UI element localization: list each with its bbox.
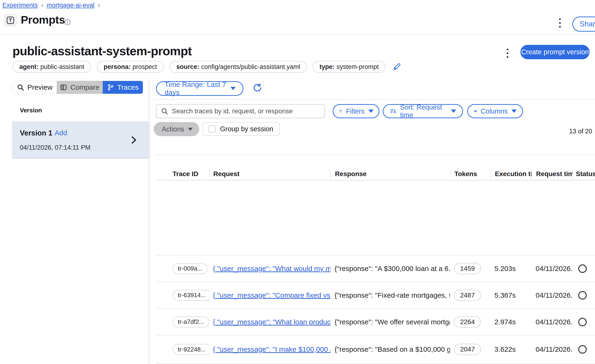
actions-label: Actions (162, 125, 184, 133)
request-time: 04/11/2026... (536, 318, 573, 326)
text-box-icon (6, 16, 14, 24)
trace-id-pill[interactable]: tr-a7df2... (173, 316, 209, 327)
breadcrumb-link-experiment-name[interactable]: mortgage-ai-eval (47, 2, 94, 9)
sort-dropdown[interactable]: Sort: Request time (383, 104, 463, 118)
tab-compare[interactable]: Compare (57, 81, 103, 94)
compare-columns-icon (60, 84, 67, 91)
tag-type[interactable]: type system-prompt (313, 61, 386, 73)
column-header-response[interactable]: Response (331, 169, 450, 178)
header-divider (0, 35, 595, 35)
request-time: 04/11/2026... (536, 265, 573, 273)
request-time: 04/11/2026... (536, 291, 573, 299)
filter-funnel-icon (339, 108, 342, 115)
request-link[interactable]: { "user_message": "What would my monthl.… (213, 265, 331, 273)
trace-id-pill[interactable]: tr-92248... (173, 344, 209, 355)
search-icon (161, 107, 168, 115)
columns-dropdown[interactable]: Columns (467, 104, 523, 118)
group-by-session-checkbox[interactable] (209, 125, 216, 133)
time-range-label: Time Range: Last 7 days (165, 80, 226, 97)
prompt-overflow-menu-button[interactable] (505, 47, 510, 59)
column-header-status[interactable]: Status (573, 169, 595, 178)
tag-value: config/agents/public-assistant.yaml (201, 63, 300, 70)
column-header-request-time[interactable]: Request time (531, 169, 573, 178)
refresh-icon (252, 83, 262, 93)
execution-time: 5.203s (494, 265, 516, 273)
tab-label: Traces (117, 83, 139, 91)
tab-traces[interactable]: Traces (103, 81, 143, 94)
branch-icon (107, 84, 114, 91)
sort-label: Sort: Request time (400, 103, 447, 119)
execution-time: 2.974s (494, 318, 516, 326)
edit-tags-button[interactable] (393, 63, 401, 71)
page-overflow-menu-button[interactable] (558, 17, 562, 29)
result-count: 13 of 20 (569, 128, 592, 135)
response-text: {"response": "A $300,000 loan at a 6.5% … (335, 265, 450, 273)
columns-icon (474, 107, 477, 115)
breadcrumb-separator: › (41, 1, 43, 9)
prompt-tags: agent public-assistant persona prospect … (13, 61, 401, 73)
request-link[interactable]: { "user_message": "I make $100,000 a yea… (213, 345, 331, 353)
column-header-tokens[interactable]: Tokens (450, 169, 491, 178)
trace-id-pill[interactable]: tr-009a... (173, 263, 207, 274)
table-row[interactable]: tr-009a... { "user_message": "What would… (156, 255, 595, 282)
version-timestamp: 04/11/2026, 07:14:11 PM (20, 144, 90, 151)
refresh-button[interactable] (252, 83, 262, 93)
info-icon[interactable] (64, 19, 71, 26)
version-name: Version 1 (20, 129, 52, 137)
chevron-down-icon (368, 110, 374, 113)
column-header-execution-time[interactable]: Execution time (491, 169, 531, 178)
tab-label: Preview (27, 83, 53, 91)
version-list-item-selected[interactable]: Version 1 Add 04/11/2026, 07:14:11 PM (12, 121, 149, 159)
view-tabs: Preview Compare Traces (13, 81, 143, 94)
status-icon (578, 291, 587, 300)
page-title: Prompts (21, 13, 65, 26)
response-text: {"response": "Fixed-rate mortgages, such… (335, 291, 450, 299)
chevron-down-icon (188, 128, 193, 131)
request-link[interactable]: { "user_message": "Compare fixed vs adju… (213, 291, 331, 299)
tag-agent[interactable]: agent public-assistant (13, 61, 91, 73)
breadcrumb-link-experiments[interactable]: Experiments (2, 2, 38, 9)
table-row[interactable]: tr-a7df2... { "user_message": "What loan… (156, 309, 595, 336)
kebab-icon (559, 18, 561, 20)
sort-icon (390, 107, 397, 115)
filters-dropdown[interactable]: Filters (333, 104, 379, 118)
tag-value: prospect (133, 63, 157, 70)
tag-key: source (176, 63, 199, 70)
breadcrumb-separator: › (98, 1, 100, 9)
create-prompt-version-button[interactable]: Create prompt version (520, 45, 590, 59)
group-by-session-label[interactable]: Group by session (220, 125, 273, 133)
tab-preview[interactable]: Preview (13, 81, 57, 94)
tokens-pill: 2487 (454, 290, 481, 301)
time-range-dropdown[interactable]: Time Range: Last 7 days (156, 81, 243, 96)
request-time: 04/11/2026... (536, 345, 573, 353)
tag-value: system-prompt (337, 63, 379, 70)
share-button[interactable]: Share (572, 16, 595, 32)
tag-value: public-assistant (40, 63, 84, 70)
execution-time: 5.367s (494, 291, 516, 299)
actions-dropdown[interactable]: Actions (154, 122, 199, 136)
panel-divider (149, 80, 149, 364)
prompts-page: Experiments › mortgage-ai-eval › Prompts… (0, 0, 595, 364)
column-header-trace-id[interactable]: Trace ID (156, 169, 209, 178)
search-input[interactable] (172, 107, 320, 115)
trace-search (156, 104, 325, 118)
column-header-request[interactable]: Request (209, 169, 331, 178)
table-row[interactable]: tr-63914... { "user_message": "Compare f… (156, 282, 595, 309)
response-text: {"response": "Based on a $100,000 gross … (335, 345, 450, 353)
tag-source[interactable]: source config/agents/public-assistant.ya… (170, 61, 307, 73)
trace-id-pill[interactable]: tr-63914... (173, 290, 209, 301)
tag-persona[interactable]: persona prospect (97, 61, 164, 73)
chevron-down-icon (511, 110, 517, 113)
chevron-right-icon[interactable] (131, 136, 137, 144)
table-top-divider (156, 155, 595, 155)
status-icon (578, 345, 587, 354)
execution-time: 3.622s (494, 345, 516, 353)
group-by-session-control: Group by session (203, 122, 280, 136)
request-link[interactable]: { "user_message": "What loan products do… (213, 318, 331, 326)
kebab-icon (507, 49, 508, 50)
tokens-pill: 2047 (454, 344, 481, 355)
prompt-name-title: public-assistant-system-prompt (13, 44, 192, 58)
version-column-label: Version (20, 107, 42, 114)
table-row[interactable]: tr-92248... { "user_message": "I make $1… (156, 336, 595, 364)
add-version-link[interactable]: Add (55, 129, 67, 137)
